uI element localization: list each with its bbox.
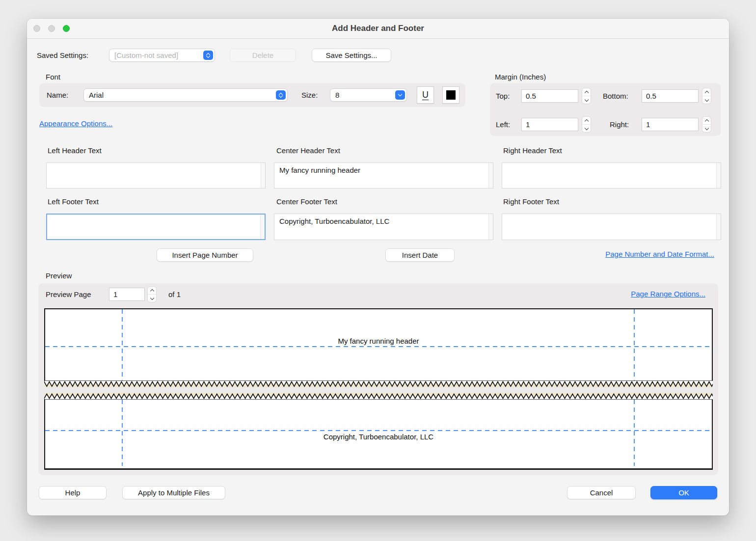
font-groupbox: Name: Arial Size: 8 U [39, 83, 465, 107]
chevron-down-icon [584, 97, 588, 101]
margin-guide-horizontal-footer [45, 430, 712, 431]
insert-date-button[interactable]: Insert Date [385, 248, 455, 262]
chevron-up-icon [704, 90, 708, 94]
saved-settings-dropdown-value: [Custom-not saved] [114, 51, 178, 59]
center-header-value: My fancy running header [279, 166, 360, 174]
center-header-label: Center Header Text [276, 144, 340, 157]
font-size-label: Size: [301, 88, 318, 102]
font-name-dropdown[interactable]: Arial [83, 88, 288, 102]
page-number-date-format-link[interactable]: Page Number and Date Format... [605, 249, 714, 259]
preview-page-label: Preview Page [46, 288, 91, 301]
textarea-scrollbar-gutter [488, 214, 493, 240]
stepper-down[interactable] [582, 96, 591, 104]
stepper-up[interactable] [582, 88, 591, 96]
preview-page-stepper[interactable] [148, 287, 156, 302]
stepper-down[interactable] [702, 96, 711, 104]
margin-bottom-stepper[interactable] [702, 88, 711, 104]
torn-edge-bottom [44, 393, 713, 400]
left-header-textarea[interactable] [46, 162, 266, 189]
insert-page-number-button[interactable]: Insert Page Number [157, 248, 253, 262]
textarea-scrollbar-gutter [716, 163, 721, 188]
ok-button[interactable]: OK [650, 486, 717, 499]
help-button[interactable]: Help [39, 486, 107, 499]
stepper-up[interactable] [148, 287, 156, 295]
underline-u-glyph: U [422, 90, 429, 100]
margin-left-label: Left: [496, 118, 510, 131]
cancel-button[interactable]: Cancel [567, 486, 636, 499]
chevron-up-icon [584, 119, 588, 123]
margin-right-label: Right: [610, 118, 629, 131]
font-section-label: Font [46, 70, 60, 83]
textarea-scrollbar-gutter [716, 214, 721, 240]
margin-bottom-label: Bottom: [603, 89, 628, 103]
stepper-up[interactable] [582, 117, 591, 125]
margin-left-stepper[interactable] [582, 117, 591, 132]
save-settings-button[interactable]: Save Settings... [312, 49, 391, 62]
left-footer-label: Left Footer Text [48, 195, 99, 208]
popup-chevrons-icon [203, 51, 213, 60]
chevron-down-icon [704, 126, 708, 130]
add-header-footer-dialog: Add Header and Footer Saved Settings: [C… [27, 19, 729, 515]
center-footer-value: Copyright, Turboencabulator, LLC [279, 217, 389, 225]
margin-top-field[interactable]: 0.5 [521, 89, 578, 103]
preview-footer-text: Copyright, Turboencabulator, LLC [45, 433, 712, 441]
margin-top-label: Top: [496, 89, 510, 103]
stepper-up[interactable] [702, 88, 711, 96]
preview-page-field[interactable]: 1 [109, 288, 145, 301]
left-footer-textarea[interactable] [46, 214, 266, 240]
preview-section-label: Preview [46, 269, 72, 282]
preview-page-footer-fragment: Copyright, Turboencabulator, LLC [44, 400, 713, 470]
stepper-down[interactable] [582, 125, 591, 132]
margin-top-stepper[interactable] [582, 88, 591, 104]
right-footer-label: Right Footer Text [503, 195, 559, 208]
title-bar: Add Header and Footer [27, 19, 729, 39]
window-title: Add Header and Footer [27, 19, 729, 38]
font-name-label: Name: [47, 88, 68, 102]
textarea-scrollbar-gutter [260, 215, 265, 239]
margin-bottom-field[interactable]: 0.5 [642, 89, 699, 103]
font-color-button[interactable] [442, 86, 459, 104]
page-range-options-link[interactable]: Page Range Options... [631, 289, 705, 299]
stepper-down[interactable] [148, 295, 156, 302]
center-footer-textarea[interactable]: Copyright, Turboencabulator, LLC [274, 214, 493, 240]
stepper-up[interactable] [702, 117, 711, 125]
preview-groupbox: Preview Page 1 of 1 Page Range Options..… [38, 283, 718, 475]
apply-to-multiple-files-button[interactable]: Apply to Multiple Files [122, 486, 225, 499]
center-footer-label: Center Footer Text [276, 195, 337, 208]
combo-chevron-icon [395, 90, 405, 100]
chevron-down-icon [150, 296, 154, 299]
saved-settings-label: Saved Settings: [37, 49, 88, 62]
preview-header-text: My fancy running header [45, 337, 712, 345]
chevron-down-icon [704, 97, 708, 101]
preview-of-label: of 1 [168, 288, 181, 301]
margin-right-field[interactable]: 1 [642, 118, 699, 131]
chevron-up-icon [150, 289, 154, 293]
stepper-down[interactable] [702, 125, 711, 132]
font-name-value: Arial [89, 91, 104, 99]
torn-edge-top [44, 380, 713, 387]
appearance-options-link[interactable]: Appearance Options... [39, 119, 112, 129]
center-header-textarea[interactable]: My fancy running header [274, 162, 493, 189]
chevron-up-icon [584, 90, 588, 94]
right-header-textarea[interactable] [502, 162, 721, 189]
saved-settings-dropdown[interactable]: [Custom-not saved] [109, 49, 215, 62]
torn-edge-zigzag [44, 393, 713, 400]
right-header-label: Right Header Text [503, 144, 562, 157]
chevron-up-icon [704, 119, 708, 123]
margin-guide-horizontal-header [45, 346, 712, 347]
font-size-combobox[interactable]: 8 [330, 88, 407, 102]
textarea-scrollbar-gutter [261, 163, 265, 188]
left-header-label: Left Header Text [48, 144, 102, 157]
margin-section-label: Margin (Inches) [495, 70, 546, 83]
right-footer-textarea[interactable] [502, 214, 721, 240]
margin-right-stepper[interactable] [702, 117, 711, 132]
margin-left-field[interactable]: 1 [521, 118, 578, 131]
font-size-value: 8 [335, 91, 339, 99]
color-swatch-black [446, 90, 456, 100]
torn-edge-zigzag [44, 380, 713, 387]
delete-button[interactable]: Delete [230, 49, 296, 62]
chevron-down-icon [398, 92, 402, 96]
chevron-down-icon [584, 126, 588, 130]
preview-page-header-fragment: My fancy running header [44, 308, 713, 380]
underline-button[interactable]: U [417, 86, 434, 104]
